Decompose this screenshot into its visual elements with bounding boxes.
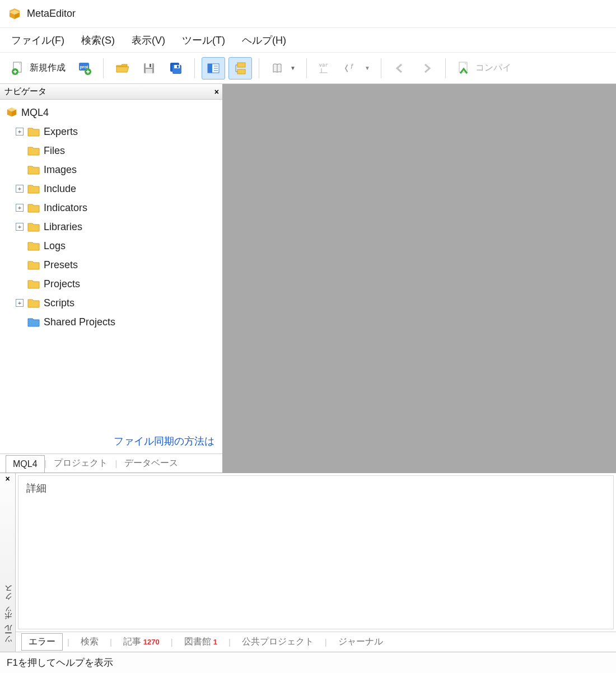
folder-icon bbox=[27, 183, 40, 194]
svg-rect-18 bbox=[237, 63, 245, 67]
tree-spacer bbox=[16, 261, 24, 269]
tree-item[interactable]: Presets bbox=[4, 255, 222, 274]
tree-item[interactable]: + Include bbox=[4, 179, 222, 198]
menu-help[interactable]: ヘルプ(H) bbox=[242, 34, 286, 47]
tree-item-label: Libraries bbox=[44, 221, 82, 233]
toggle-toolbox-button[interactable] bbox=[228, 57, 252, 80]
tree-item[interactable]: Projects bbox=[4, 274, 222, 293]
navigator-tabs: MQL4 | プロジェクト | データベース bbox=[0, 454, 222, 473]
tree-item[interactable]: Images bbox=[4, 160, 222, 179]
tree-item[interactable]: + Scripts bbox=[4, 293, 222, 312]
var-icon: var bbox=[318, 60, 333, 76]
svg-rect-7 bbox=[150, 64, 151, 67]
navigator-header: ナビゲータ × bbox=[0, 84, 222, 100]
tree-item[interactable]: Files bbox=[4, 141, 222, 160]
folder-icon bbox=[27, 202, 40, 213]
folder-icon bbox=[27, 126, 40, 137]
styler-button[interactable]: ▼ bbox=[266, 57, 300, 80]
panel-left-icon bbox=[206, 60, 221, 76]
menu-file[interactable]: ファイル(F) bbox=[11, 34, 64, 47]
main-area: ナビゲータ × MQL4 + Experts Files bbox=[0, 84, 616, 473]
nav-back-button[interactable] bbox=[388, 57, 412, 80]
nav-forward-button[interactable] bbox=[415, 57, 438, 80]
toolbox-tab-search[interactable]: 検索 bbox=[74, 634, 105, 650]
tree-item-label: Experts bbox=[44, 126, 78, 138]
compile-button[interactable]: コンパイ bbox=[452, 57, 515, 80]
folder-icon bbox=[27, 145, 40, 156]
toolbar-separator bbox=[103, 58, 104, 78]
navigator-footer: ファイル同期の方法は bbox=[0, 434, 222, 454]
expand-icon[interactable]: + bbox=[16, 128, 24, 135]
toolbox-body: 詳細 エラー | 検索 | 記事1270 | 図書館1 | 公共プロジェクト |… bbox=[16, 473, 616, 652]
app-icon bbox=[8, 7, 21, 21]
toolbar: 新規作成 proj ▼ bbox=[0, 53, 616, 84]
titlebar: MetaEditor bbox=[0, 0, 616, 28]
tree-item[interactable]: Logs bbox=[4, 236, 222, 255]
svg-rect-14 bbox=[208, 64, 212, 73]
nav-tab-database[interactable]: データベース bbox=[117, 454, 185, 473]
tree-item[interactable]: + Libraries bbox=[4, 217, 222, 236]
menu-search[interactable]: 検索(S) bbox=[81, 34, 115, 47]
toolbox-tab-errors[interactable]: エラー bbox=[21, 633, 63, 651]
menubar: ファイル(F) 検索(S) 表示(V) ツール(T) ヘルプ(H) bbox=[0, 28, 616, 53]
new-file-icon bbox=[11, 60, 26, 76]
navigator-close-button[interactable]: × bbox=[214, 87, 219, 96]
new-project-button[interactable]: proj bbox=[73, 57, 96, 80]
tree-item-label: Images bbox=[44, 164, 77, 176]
save-button[interactable] bbox=[137, 57, 161, 80]
toolbox-tab-library[interactable]: 図書館1 bbox=[178, 634, 224, 650]
tree-item[interactable]: + Indicators bbox=[4, 198, 222, 217]
toolbox-content-header: 詳細 bbox=[26, 483, 46, 494]
new-button[interactable]: 新規作成 bbox=[7, 57, 69, 80]
svg-rect-6 bbox=[146, 63, 152, 68]
nav-tab-project[interactable]: プロジェクト bbox=[46, 454, 115, 473]
tree-item[interactable]: Shared Projects bbox=[4, 312, 222, 331]
project-icon: proj bbox=[77, 60, 92, 76]
dropdown-arrow-icon: ▼ bbox=[365, 65, 370, 71]
editor-area bbox=[223, 84, 616, 473]
svg-text:var: var bbox=[319, 62, 328, 68]
toolbox-tab-public[interactable]: 公共プロジェクト bbox=[235, 634, 320, 650]
function-button[interactable]: f ▼ bbox=[340, 57, 374, 80]
tree-item-label: Files bbox=[44, 145, 65, 157]
nav-tab-mql4[interactable]: MQL4 bbox=[6, 455, 45, 473]
folder-icon bbox=[27, 240, 40, 251]
toolbox-panel: × ツールボックス 詳細 エラー | 検索 | 記事1270 | 図書館1 | … bbox=[0, 473, 616, 652]
folder-tree-icon bbox=[232, 60, 248, 76]
expand-icon[interactable]: + bbox=[16, 299, 24, 307]
new-button-label: 新規作成 bbox=[30, 62, 66, 74]
svg-rect-8 bbox=[146, 69, 152, 73]
tree-root[interactable]: MQL4 bbox=[4, 103, 222, 122]
app-title: MetaEditor bbox=[27, 8, 76, 20]
tree-item[interactable]: + Experts bbox=[4, 122, 222, 141]
var-button[interactable]: var bbox=[314, 57, 337, 80]
save-all-button[interactable] bbox=[164, 57, 188, 80]
open-button[interactable] bbox=[110, 57, 134, 80]
toolbox-tab-journal[interactable]: ジャーナル bbox=[332, 634, 390, 650]
tree-item-label: Include bbox=[44, 183, 76, 195]
toolbox-side-label: ツールボックス bbox=[3, 586, 13, 647]
toolbox-close-button[interactable]: × bbox=[4, 473, 11, 484]
toggle-navigator-button[interactable] bbox=[202, 57, 225, 80]
arrow-right-icon bbox=[419, 60, 435, 76]
tree-spacer bbox=[16, 166, 24, 174]
tree-root-label: MQL4 bbox=[21, 107, 49, 119]
sync-help-link[interactable]: ファイル同期の方法は bbox=[114, 436, 214, 447]
menu-tools[interactable]: ツール(T) bbox=[182, 34, 225, 47]
expand-icon[interactable]: + bbox=[16, 204, 24, 212]
navigator-tree: MQL4 + Experts Files Images + Include bbox=[0, 100, 222, 434]
tree-spacer bbox=[16, 280, 24, 288]
folder-icon bbox=[27, 297, 40, 309]
compile-button-label: コンパイ bbox=[475, 62, 511, 74]
toolbox-content: 詳細 bbox=[18, 475, 614, 629]
tree-spacer bbox=[16, 147, 24, 155]
expand-icon[interactable]: + bbox=[16, 185, 24, 193]
tree-spacer bbox=[16, 242, 24, 250]
expand-icon[interactable]: + bbox=[16, 223, 24, 231]
toolbar-separator bbox=[194, 58, 195, 78]
folder-icon bbox=[27, 221, 40, 232]
navigator-panel: ナビゲータ × MQL4 + Experts Files bbox=[0, 84, 223, 473]
status-text: F1を押してヘルプを表示 bbox=[7, 656, 113, 669]
menu-view[interactable]: 表示(V) bbox=[132, 34, 165, 47]
toolbox-tab-articles[interactable]: 記事1270 bbox=[116, 634, 166, 650]
